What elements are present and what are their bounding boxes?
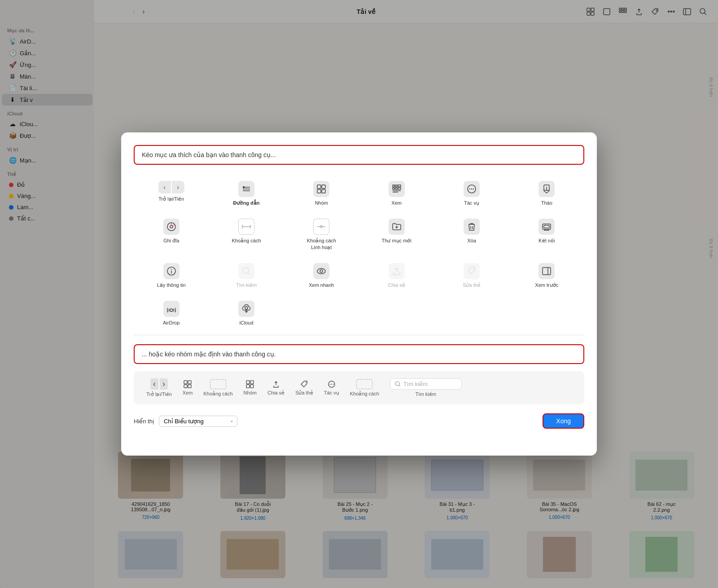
preview-khoangcach-icon [210, 379, 226, 389]
preview-xem-icon [184, 380, 192, 388]
svg-rect-27 [393, 188, 394, 189]
laythongtin-icon [163, 263, 180, 279]
svg-point-57 [243, 268, 249, 273]
xemtruoc-label: Xem trước [535, 282, 558, 288]
toolbar-item-nhom[interactable]: Nhóm [284, 176, 359, 211]
forward-arrow-icon: › [172, 181, 184, 193]
xem-icon [389, 181, 405, 197]
svg-rect-19 [243, 186, 245, 188]
modal-overlay: Kéo mục ưa thích của bạn vào thanh công … [0, 0, 718, 588]
hint-top-text: Kéo mục ưa thích của bạn vào thanh công … [142, 151, 276, 158]
airdrop-toolbar-icon [163, 301, 180, 317]
toolbar-item-xoa[interactable]: Xóa [434, 213, 509, 256]
xong-button[interactable]: Xong [543, 413, 584, 429]
svg-rect-53 [544, 225, 549, 228]
preview-search-text: Tìm kiếm [403, 381, 428, 387]
svg-rect-25 [395, 185, 397, 187]
preview-search[interactable]: Tìm kiếm Tìm kiếm [385, 377, 467, 399]
toolbar-item-xemtruoc[interactable]: Xem trước [509, 258, 584, 294]
suathe-icon [464, 263, 480, 279]
toolbar-item-xem[interactable]: Xem [359, 176, 434, 211]
khoangcach-label: Khoảng cách [232, 237, 261, 244]
khoangcach-linhhoat-icon [313, 219, 329, 235]
preview-nhom-icon [246, 380, 254, 388]
toolbar-item-laythongtin[interactable]: Lấy thông tin [134, 258, 209, 294]
preview-chiase[interactable]: Chia sẻ [262, 378, 290, 398]
svg-rect-21 [322, 185, 325, 189]
thumucmoi-label: Thư mục mới [382, 237, 412, 244]
preview-nhom[interactable]: Nhóm [238, 378, 262, 397]
hien-thi-row: Hiển thị Chỉ Biểu tượng Biểu tượng và Vă… [134, 416, 237, 427]
preview-suathe[interactable]: Sửa thẻ [290, 378, 319, 398]
toolbar-row-3: Lấy thông tin Tìm kiếm [134, 258, 584, 294]
svg-point-79 [333, 384, 333, 385]
back-forward-label: Trở lại/Tiến [158, 196, 184, 202]
hien-thi-select[interactable]: Chỉ Biểu tượng Biểu tượng và Văn bản Chỉ… [159, 416, 237, 427]
svg-point-35 [473, 189, 474, 189]
svg-line-81 [399, 385, 400, 386]
thao-label: Tháo [541, 200, 552, 206]
svg-point-78 [331, 384, 332, 385]
toolbar-item-suathe[interactable]: Sửa thẻ [434, 258, 509, 294]
preview-khoangcach[interactable]: Khoảng cách [198, 377, 238, 399]
toolbar-item-khoangcach[interactable]: Khoảng cách [209, 213, 284, 256]
tacvu-label: Tác vụ [464, 200, 479, 206]
svg-line-58 [248, 272, 250, 275]
preview-search-box: Tìm kiếm [390, 378, 462, 390]
svg-point-34 [471, 189, 472, 189]
xemnhanh-icon [313, 263, 329, 279]
toolbar-item-ketnoi[interactable]: Kết nối [509, 213, 584, 256]
preview-khoangcach2[interactable]: Khoảng cách [345, 377, 385, 399]
customize-toolbar-modal: Kéo mục ưa thích của bạn vào thanh công … [121, 132, 597, 456]
preview-tacvu-label: Tác vụ [324, 390, 339, 396]
svg-rect-24 [393, 185, 394, 187]
svg-point-39 [170, 225, 173, 228]
toolbar-item-khoangcach-linhhoat[interactable]: Khoảng cáchLinh hoạt [284, 213, 359, 256]
svg-point-59 [317, 268, 325, 274]
toolbar-row-2: Ghi đĩa Khoảng cách [134, 213, 584, 256]
svg-rect-67 [184, 381, 187, 384]
khoangcach-linhhoat-label: Khoảng cáchLinh hoạt [307, 237, 336, 250]
preview-chiase-label: Chia sẻ [267, 390, 285, 396]
hint-bottom-text: ... hoặc kéo nhóm mặc định vào thanh côn… [142, 351, 276, 358]
toolbar-row-1: ‹ › Trở lại/Tiến Đường dẫn [134, 176, 584, 211]
preview-xem-label: Xem [183, 390, 193, 395]
toolbar-item-timkiem[interactable]: Tìm kiếm [209, 258, 284, 294]
toolbar-item-thao[interactable]: Tháo [509, 176, 584, 211]
svg-point-61 [473, 269, 474, 270]
thao-icon [538, 181, 555, 197]
svg-rect-70 [188, 385, 191, 388]
toolbar-preview: ‹ › Trở lại/Tiến Xem [134, 371, 584, 404]
hint-bottom-box: ... hoặc kéo nhóm mặc định vào thanh côn… [134, 344, 584, 364]
hien-thi-select-wrapper[interactable]: Chỉ Biểu tượng Biểu tượng và Văn bản Chỉ… [159, 416, 237, 427]
toolbar-item-chiase[interactable]: Chia sẻ [359, 258, 434, 294]
toolbar-item-duongdan[interactable]: Đường dẫn [209, 176, 284, 211]
modal-footer: Hiển thị Chỉ Biểu tượng Biểu tượng và Vă… [134, 413, 584, 429]
toolbar-item-airdrop[interactable]: AirDrop [134, 295, 209, 331]
preview-xem[interactable]: Xem [177, 378, 198, 397]
svg-rect-72 [250, 381, 254, 384]
hien-thi-label: Hiển thị [134, 418, 154, 425]
toolbar-item-tacvu[interactable]: Tác vụ [434, 176, 509, 211]
timkiem-icon [238, 263, 254, 279]
svg-point-33 [469, 189, 470, 189]
preview-tacvu[interactable]: Tác vụ [319, 378, 345, 398]
xemtruoc-icon [538, 263, 555, 279]
preview-khoangcach2-icon [356, 379, 372, 389]
svg-point-75 [306, 382, 306, 383]
toolbar-item-icloud[interactable]: iCloud [209, 295, 284, 331]
chiase-icon [389, 263, 405, 279]
duongdan-label: Đường dẫn [233, 200, 260, 206]
chiase-label: Chia sẻ [388, 282, 405, 288]
svg-rect-71 [246, 381, 250, 384]
preview-back-forward[interactable]: ‹ › Trở lại/Tiến [141, 377, 177, 399]
thumucmoi-icon [389, 219, 405, 235]
svg-point-80 [395, 382, 399, 386]
airdrop-toolbar-label: AirDrop [163, 320, 180, 326]
toolbar-item-xemnhanh[interactable]: Xem nhanh [284, 258, 359, 294]
toolbar-item-back-forward[interactable]: ‹ › Trở lại/Tiến [134, 176, 209, 211]
tacvu-icon [464, 181, 480, 197]
svg-rect-28 [395, 188, 397, 189]
toolbar-item-ghidia[interactable]: Ghi đĩa [134, 213, 209, 256]
toolbar-item-thumucmoi[interactable]: Thư mục mới [359, 213, 434, 256]
